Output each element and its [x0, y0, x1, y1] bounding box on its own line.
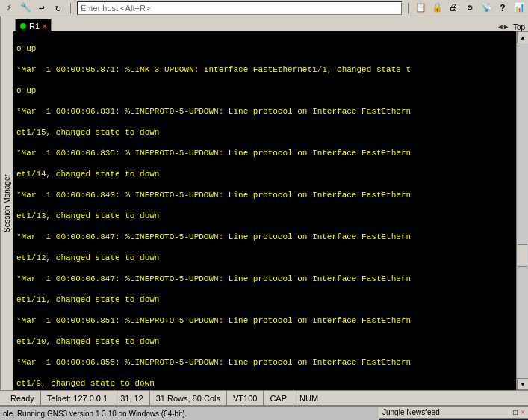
separator1: [70, 3, 71, 13]
main-layout: Session Manager R1 × ◀ ▶ Top o up *Mar 1…: [0, 16, 528, 390]
terminal-type-label: VT100: [233, 394, 257, 403]
position-label: 31, 12: [120, 394, 143, 403]
terminal-line-5: et1/15, changed state to down: [16, 127, 513, 138]
scroll-up-button[interactable]: ▲: [517, 31, 528, 43]
session-manager-label: Session Manager: [3, 174, 11, 232]
top-label: Top: [513, 23, 525, 31]
terminal-line-10: *Mar 1 00:00:06.847: %LINEPROTO-5-UPDOWN…: [16, 232, 513, 242]
terminal-line-6: *Mar 1 00:00:06.835: %LINEPROTO-5-UPDOWN…: [16, 148, 513, 158]
settings-icon[interactable]: ⚙: [464, 2, 476, 14]
help-icon[interactable]: ?: [497, 2, 509, 14]
tab-close-button[interactable]: ×: [43, 22, 46, 30]
terminal-line-3: o up: [16, 85, 513, 96]
scroll-down-button[interactable]: ▼: [517, 378, 528, 390]
status-position: 31, 12: [114, 391, 150, 405]
copy-icon[interactable]: 📋: [414, 2, 426, 14]
scroll-thumb[interactable]: [518, 244, 527, 267]
tab-right-arrow[interactable]: ▶: [504, 22, 509, 31]
terminal-output[interactable]: o up *Mar 1 00:00:05.871: %LINK-3-UPDOWN…: [13, 31, 516, 390]
session-manager-sidebar[interactable]: Session Manager: [0, 16, 13, 390]
newsfeed-header: Jungle Newsfeed □ ×: [379, 407, 528, 419]
scroll-track[interactable]: [517, 43, 528, 378]
status-ready: Ready: [4, 391, 41, 405]
tab-bar: R1 × ◀ ▶ Top: [13, 16, 528, 31]
status-num: NUM: [293, 391, 324, 405]
tab-label: R1: [29, 22, 40, 31]
redo-icon[interactable]: ↻: [52, 2, 64, 14]
status-bar: Ready Telnet: 127.0.0.1 31, 12 31 Rows, …: [0, 390, 528, 405]
terminal-line-9: et1/13, changed state to down: [16, 211, 513, 221]
network-icon[interactable]: 📡: [480, 2, 492, 14]
terminal-line-14: *Mar 1 00:00:06.851: %LINEPROTO-5-UPDOWN…: [16, 315, 513, 326]
terminal-line-8: *Mar 1 00:00:06.843: %LINEPROTO-5-UPDOWN…: [16, 190, 513, 200]
newsfeed-close-button[interactable]: ×: [521, 408, 525, 416]
terminal-line-12: *Mar 1 00:00:06.847: %LINEPROTO-5-UPDOWN…: [16, 274, 513, 284]
status-connection: Telnet: 127.0.0.1: [41, 391, 114, 405]
newsfeed-resize-button[interactable]: □: [513, 408, 518, 416]
status-terminal-type: VT100: [227, 391, 264, 405]
lock-icon[interactable]: 🔒: [431, 2, 443, 14]
undo-icon[interactable]: ↩: [36, 2, 48, 14]
terminal-container: o up *Mar 1 00:00:05.871: %LINK-3-UPDOWN…: [13, 31, 528, 390]
terminal-line-15: et1/10, changed state to down: [16, 336, 513, 347]
newsfeed-title: Jungle Newsfeed: [382, 408, 440, 416]
terminal-line-11: et1/12, changed state to down: [16, 253, 513, 263]
tab-navigation: ◀ ▶ Top: [498, 22, 528, 31]
print-icon[interactable]: 🖨: [447, 2, 459, 14]
terminal-line-17: et1/9, changed state to down: [16, 378, 513, 389]
terminal-scrollbar: ▲ ▼: [516, 31, 528, 390]
status-cap: CAP: [264, 391, 293, 405]
content-area: R1 × ◀ ▶ Top o up *Mar 1 00:00:05.871: %…: [13, 16, 528, 390]
bottom-panel: ole. Running GNS3 version 1.3.10 on Wind…: [0, 405, 528, 420]
connection-label: Telnet: 127.0.0.1: [47, 394, 108, 403]
num-label: NUM: [299, 394, 318, 403]
terminal-line-13: et1/11, changed state to down: [16, 294, 513, 305]
lightning-icon[interactable]: ⚡: [3, 2, 15, 14]
terminal-line-7: et1/14, changed state to down: [16, 169, 513, 179]
address-placeholder: Enter host <Alt+R>: [81, 4, 150, 13]
separator2: [408, 3, 409, 13]
terminal-line-1: o up: [16, 43, 513, 54]
dimensions-label: 31 Rows, 80 Cols: [156, 394, 220, 403]
terminal-line-16: *Mar 1 00:00:06.855: %LINEPROTO-5-UPDOWN…: [16, 357, 513, 368]
stats-icon[interactable]: 📊: [513, 2, 525, 14]
tab-r1[interactable]: R1 ×: [15, 19, 52, 32]
toolbar: ⚡ 🔧 ↩ ↻ Enter host <Alt+R> 📋 🔒 🖨 ⚙ 📡 ? 📊: [0, 0, 528, 16]
status-dimensions: 31 Rows, 80 Cols: [150, 391, 227, 405]
tab-indicator: [20, 23, 26, 29]
tab-left-arrow[interactable]: ◀: [498, 22, 503, 31]
terminal-line-4: *Mar 1 00:00:06.831: %LINEPROTO-5-UPDOWN…: [16, 106, 513, 117]
terminal-line-2: *Mar 1 00:00:05.871: %LINK-3-UPDOWN: Int…: [16, 64, 513, 75]
cap-label: CAP: [270, 394, 287, 403]
address-input[interactable]: Enter host <Alt+R>: [77, 1, 402, 15]
wrench-icon[interactable]: 🔧: [19, 2, 31, 14]
bottom-left-panel: ole. Running GNS3 version 1.3.10 on Wind…: [0, 407, 379, 420]
bottom-right-panel: Jungle Newsfeed □ × https://blog.@6t01博客: [379, 407, 528, 420]
ready-label: Ready: [10, 394, 34, 403]
bottom-left-text: ole. Running GNS3 version 1.3.10 on Wind…: [3, 410, 187, 418]
